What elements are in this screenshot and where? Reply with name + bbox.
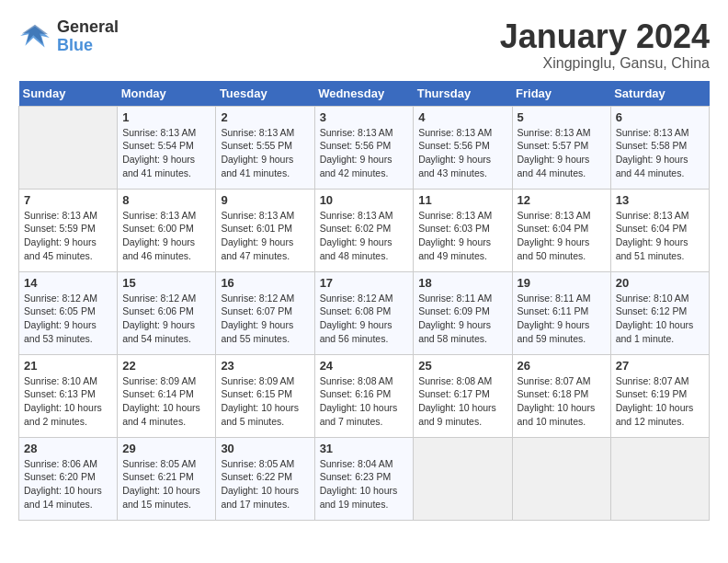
- calendar-body: 1Sunrise: 8:13 AMSunset: 5:54 PMDaylight…: [19, 106, 710, 520]
- calendar-week-row: 14Sunrise: 8:12 AMSunset: 6:05 PMDayligh…: [19, 271, 710, 354]
- day-number: 18: [418, 276, 506, 290]
- cell-info: Sunrise: 8:12 AMSunset: 6:07 PMDaylight:…: [221, 292, 309, 346]
- cell-info: Sunrise: 8:05 AMSunset: 6:22 PMDaylight:…: [221, 457, 309, 511]
- day-number: 31: [320, 442, 409, 455]
- day-number: 6: [616, 110, 704, 124]
- day-number: 20: [616, 276, 704, 290]
- cell-info: Sunrise: 8:13 AMSunset: 6:02 PMDaylight:…: [320, 209, 409, 263]
- cell-info: Sunrise: 8:13 AMSunset: 6:03 PMDaylight:…: [418, 209, 506, 263]
- calendar-cell: 8Sunrise: 8:13 AMSunset: 6:00 PMDaylight…: [118, 189, 216, 271]
- calendar-cell: 4Sunrise: 8:13 AMSunset: 5:56 PMDaylight…: [414, 106, 512, 189]
- cell-info: Sunrise: 8:08 AMSunset: 6:17 PMDaylight:…: [418, 374, 506, 429]
- calendar-cell: 25Sunrise: 8:08 AMSunset: 6:17 PMDayligh…: [414, 354, 512, 437]
- calendar-cell: 14Sunrise: 8:12 AMSunset: 6:05 PMDayligh…: [19, 271, 118, 354]
- day-number: 24: [320, 359, 409, 373]
- calendar-cell: 12Sunrise: 8:13 AMSunset: 6:04 PMDayligh…: [512, 189, 610, 271]
- calendar-week-row: 7Sunrise: 8:13 AMSunset: 5:59 PMDaylight…: [19, 189, 710, 271]
- cell-info: Sunrise: 8:13 AMSunset: 5:54 PMDaylight:…: [122, 126, 210, 180]
- calendar-cell: 13Sunrise: 8:13 AMSunset: 6:04 PMDayligh…: [610, 189, 709, 271]
- cell-info: Sunrise: 8:09 AMSunset: 6:15 PMDaylight:…: [221, 374, 309, 429]
- day-number: 15: [122, 276, 210, 290]
- calendar-week-row: 28Sunrise: 8:06 AMSunset: 6:20 PMDayligh…: [19, 437, 710, 520]
- day-number: 29: [122, 442, 210, 455]
- day-number: 23: [221, 359, 309, 373]
- cell-info: Sunrise: 8:12 AMSunset: 6:06 PMDaylight:…: [122, 292, 210, 346]
- cell-info: Sunrise: 8:07 AMSunset: 6:18 PMDaylight:…: [518, 374, 606, 429]
- calendar-cell: 31Sunrise: 8:04 AMSunset: 6:23 PMDayligh…: [314, 437, 414, 520]
- calendar-cell: 11Sunrise: 8:13 AMSunset: 6:03 PMDayligh…: [414, 189, 512, 271]
- calendar-cell: 3Sunrise: 8:13 AMSunset: 5:56 PMDaylight…: [314, 106, 414, 189]
- weekday-header: Tuesday: [216, 81, 314, 107]
- cell-info: Sunrise: 8:13 AMSunset: 5:56 PMDaylight:…: [418, 126, 506, 180]
- calendar-table: SundayMondayTuesdayWednesdayThursdayFrid…: [18, 81, 710, 521]
- day-number: 5: [518, 110, 606, 124]
- location: Xingpinglu, Gansu, China: [500, 55, 710, 72]
- month-title: January 2024: [500, 18, 710, 55]
- calendar-cell: 26Sunrise: 8:07 AMSunset: 6:18 PMDayligh…: [512, 354, 610, 437]
- calendar-cell: 16Sunrise: 8:12 AMSunset: 6:07 PMDayligh…: [216, 271, 314, 354]
- calendar-cell: 22Sunrise: 8:09 AMSunset: 6:14 PMDayligh…: [118, 354, 216, 437]
- weekday-header: Friday: [512, 81, 610, 107]
- cell-info: Sunrise: 8:04 AMSunset: 6:23 PMDaylight:…: [320, 457, 409, 511]
- calendar-cell: 27Sunrise: 8:07 AMSunset: 6:19 PMDayligh…: [610, 354, 709, 437]
- day-number: 28: [24, 442, 112, 455]
- page-header: General Blue January 2024 Xingpinglu, Ga…: [18, 18, 710, 72]
- cell-info: Sunrise: 8:13 AMSunset: 5:56 PMDaylight:…: [320, 126, 409, 180]
- calendar-cell: 6Sunrise: 8:13 AMSunset: 5:58 PMDaylight…: [610, 106, 709, 189]
- cell-info: Sunrise: 8:10 AMSunset: 6:13 PMDaylight:…: [24, 374, 112, 429]
- day-number: 4: [418, 110, 506, 124]
- day-number: 14: [24, 276, 112, 290]
- calendar-cell: [512, 437, 610, 520]
- cell-info: Sunrise: 8:13 AMSunset: 5:58 PMDaylight:…: [616, 126, 704, 180]
- day-number: 7: [24, 193, 112, 207]
- calendar-cell: [414, 437, 512, 520]
- cell-info: Sunrise: 8:07 AMSunset: 6:19 PMDaylight:…: [616, 374, 704, 429]
- day-number: 25: [418, 359, 506, 373]
- day-number: 26: [518, 359, 606, 373]
- logo-text: General Blue: [57, 18, 119, 55]
- day-number: 22: [122, 359, 210, 373]
- cell-info: Sunrise: 8:11 AMSunset: 6:11 PMDaylight:…: [518, 292, 606, 346]
- weekday-header: Sunday: [19, 81, 118, 107]
- calendar-week-row: 1Sunrise: 8:13 AMSunset: 5:54 PMDaylight…: [19, 106, 710, 189]
- cell-info: Sunrise: 8:09 AMSunset: 6:14 PMDaylight:…: [122, 374, 210, 429]
- cell-info: Sunrise: 8:05 AMSunset: 6:21 PMDaylight:…: [122, 457, 210, 511]
- cell-info: Sunrise: 8:13 AMSunset: 6:04 PMDaylight:…: [518, 209, 606, 263]
- day-number: 16: [221, 276, 309, 290]
- cell-info: Sunrise: 8:06 AMSunset: 6:20 PMDaylight:…: [24, 457, 112, 511]
- cell-info: Sunrise: 8:13 AMSunset: 5:59 PMDaylight:…: [24, 209, 112, 263]
- day-number: 30: [221, 442, 309, 455]
- day-number: 8: [122, 193, 210, 207]
- calendar-cell: 15Sunrise: 8:12 AMSunset: 6:06 PMDayligh…: [118, 271, 216, 354]
- calendar-cell: 5Sunrise: 8:13 AMSunset: 5:57 PMDaylight…: [512, 106, 610, 189]
- day-number: 13: [616, 193, 704, 207]
- calendar-cell: 20Sunrise: 8:10 AMSunset: 6:12 PMDayligh…: [610, 271, 709, 354]
- calendar-cell: 30Sunrise: 8:05 AMSunset: 6:22 PMDayligh…: [216, 437, 314, 520]
- calendar-cell: 17Sunrise: 8:12 AMSunset: 6:08 PMDayligh…: [314, 271, 414, 354]
- day-number: 21: [24, 359, 112, 373]
- calendar-header: SundayMondayTuesdayWednesdayThursdayFrid…: [19, 81, 710, 107]
- cell-info: Sunrise: 8:13 AMSunset: 6:00 PMDaylight:…: [122, 209, 210, 263]
- day-number: 3: [320, 110, 409, 124]
- cell-info: Sunrise: 8:13 AMSunset: 6:01 PMDaylight:…: [221, 209, 309, 263]
- calendar-cell: 1Sunrise: 8:13 AMSunset: 5:54 PMDaylight…: [118, 106, 216, 189]
- weekday-header: Wednesday: [314, 81, 414, 107]
- cell-info: Sunrise: 8:12 AMSunset: 6:08 PMDaylight:…: [320, 292, 409, 346]
- calendar-cell: 18Sunrise: 8:11 AMSunset: 6:09 PMDayligh…: [414, 271, 512, 354]
- cell-info: Sunrise: 8:12 AMSunset: 6:05 PMDaylight:…: [24, 292, 112, 346]
- day-number: 12: [518, 193, 606, 207]
- day-number: 17: [320, 276, 409, 290]
- calendar-cell: 2Sunrise: 8:13 AMSunset: 5:55 PMDaylight…: [216, 106, 314, 189]
- cell-info: Sunrise: 8:11 AMSunset: 6:09 PMDaylight:…: [418, 292, 506, 346]
- calendar-cell: 9Sunrise: 8:13 AMSunset: 6:01 PMDaylight…: [216, 189, 314, 271]
- cell-info: Sunrise: 8:08 AMSunset: 6:16 PMDaylight:…: [320, 374, 409, 429]
- logo-icon: [18, 23, 51, 51]
- calendar-cell: 19Sunrise: 8:11 AMSunset: 6:11 PMDayligh…: [512, 271, 610, 354]
- cell-info: Sunrise: 8:10 AMSunset: 6:12 PMDaylight:…: [616, 292, 704, 346]
- day-number: 27: [616, 359, 704, 373]
- day-number: 2: [221, 110, 309, 124]
- weekday-header: Thursday: [414, 81, 512, 107]
- cell-info: Sunrise: 8:13 AMSunset: 6:04 PMDaylight:…: [616, 209, 704, 263]
- day-number: 19: [518, 276, 606, 290]
- calendar-cell: 7Sunrise: 8:13 AMSunset: 5:59 PMDaylight…: [19, 189, 118, 271]
